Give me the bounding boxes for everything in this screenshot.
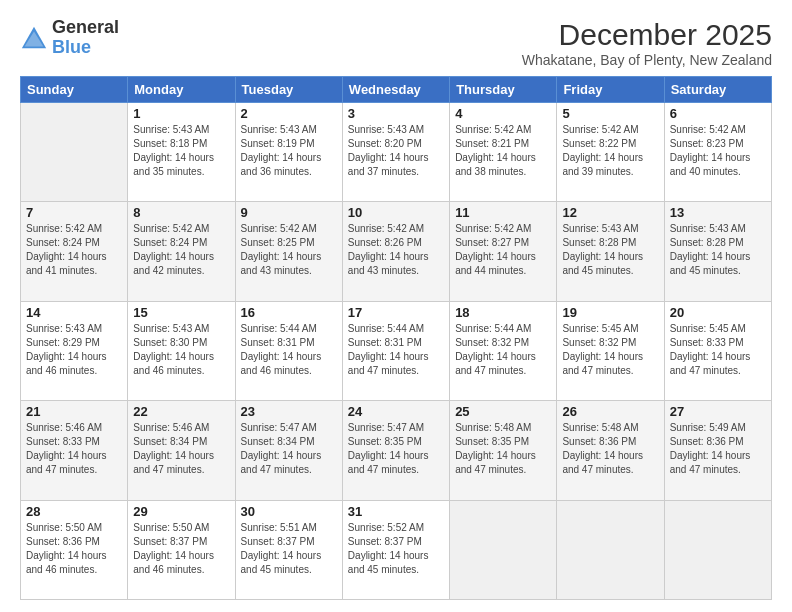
day-info: Sunrise: 5:45 AMSunset: 8:32 PMDaylight:… [562, 322, 658, 378]
day-info: Sunrise: 5:43 AMSunset: 8:18 PMDaylight:… [133, 123, 229, 179]
day-number: 30 [241, 504, 337, 519]
column-header-monday: Monday [128, 77, 235, 103]
calendar-cell: 28Sunrise: 5:50 AMSunset: 8:36 PMDayligh… [21, 500, 128, 599]
day-info: Sunrise: 5:52 AMSunset: 8:37 PMDaylight:… [348, 521, 444, 577]
title-block: December 2025 Whakatane, Bay of Plenty, … [522, 18, 772, 68]
page: General Blue December 2025 Whakatane, Ba… [0, 0, 792, 612]
day-number: 27 [670, 404, 766, 419]
logo-general: General [52, 17, 119, 37]
day-number: 9 [241, 205, 337, 220]
day-number: 14 [26, 305, 122, 320]
day-info: Sunrise: 5:43 AMSunset: 8:20 PMDaylight:… [348, 123, 444, 179]
calendar-cell: 2Sunrise: 5:43 AMSunset: 8:19 PMDaylight… [235, 103, 342, 202]
day-info: Sunrise: 5:43 AMSunset: 8:28 PMDaylight:… [670, 222, 766, 278]
day-info: Sunrise: 5:42 AMSunset: 8:26 PMDaylight:… [348, 222, 444, 278]
day-number: 4 [455, 106, 551, 121]
day-number: 23 [241, 404, 337, 419]
day-number: 7 [26, 205, 122, 220]
day-number: 1 [133, 106, 229, 121]
day-number: 5 [562, 106, 658, 121]
calendar-cell: 31Sunrise: 5:52 AMSunset: 8:37 PMDayligh… [342, 500, 449, 599]
day-number: 31 [348, 504, 444, 519]
calendar-cell: 26Sunrise: 5:48 AMSunset: 8:36 PMDayligh… [557, 401, 664, 500]
calendar-cell: 4Sunrise: 5:42 AMSunset: 8:21 PMDaylight… [450, 103, 557, 202]
day-info: Sunrise: 5:43 AMSunset: 8:19 PMDaylight:… [241, 123, 337, 179]
day-number: 17 [348, 305, 444, 320]
calendar-cell: 10Sunrise: 5:42 AMSunset: 8:26 PMDayligh… [342, 202, 449, 301]
calendar-cell: 19Sunrise: 5:45 AMSunset: 8:32 PMDayligh… [557, 301, 664, 400]
day-info: Sunrise: 5:44 AMSunset: 8:32 PMDaylight:… [455, 322, 551, 378]
calendar-cell: 22Sunrise: 5:46 AMSunset: 8:34 PMDayligh… [128, 401, 235, 500]
calendar-cell: 30Sunrise: 5:51 AMSunset: 8:37 PMDayligh… [235, 500, 342, 599]
week-row-4: 28Sunrise: 5:50 AMSunset: 8:36 PMDayligh… [21, 500, 772, 599]
calendar-cell: 9Sunrise: 5:42 AMSunset: 8:25 PMDaylight… [235, 202, 342, 301]
column-header-sunday: Sunday [21, 77, 128, 103]
calendar-cell: 6Sunrise: 5:42 AMSunset: 8:23 PMDaylight… [664, 103, 771, 202]
calendar-cell [21, 103, 128, 202]
week-row-3: 21Sunrise: 5:46 AMSunset: 8:33 PMDayligh… [21, 401, 772, 500]
calendar-cell: 7Sunrise: 5:42 AMSunset: 8:24 PMDaylight… [21, 202, 128, 301]
column-header-thursday: Thursday [450, 77, 557, 103]
day-info: Sunrise: 5:42 AMSunset: 8:21 PMDaylight:… [455, 123, 551, 179]
column-header-tuesday: Tuesday [235, 77, 342, 103]
day-number: 25 [455, 404, 551, 419]
day-number: 22 [133, 404, 229, 419]
calendar-cell: 24Sunrise: 5:47 AMSunset: 8:35 PMDayligh… [342, 401, 449, 500]
day-info: Sunrise: 5:49 AMSunset: 8:36 PMDaylight:… [670, 421, 766, 477]
day-info: Sunrise: 5:46 AMSunset: 8:33 PMDaylight:… [26, 421, 122, 477]
column-header-friday: Friday [557, 77, 664, 103]
week-row-2: 14Sunrise: 5:43 AMSunset: 8:29 PMDayligh… [21, 301, 772, 400]
day-number: 29 [133, 504, 229, 519]
calendar-cell: 16Sunrise: 5:44 AMSunset: 8:31 PMDayligh… [235, 301, 342, 400]
calendar-cell: 1Sunrise: 5:43 AMSunset: 8:18 PMDaylight… [128, 103, 235, 202]
day-info: Sunrise: 5:43 AMSunset: 8:29 PMDaylight:… [26, 322, 122, 378]
column-header-saturday: Saturday [664, 77, 771, 103]
month-year: December 2025 [522, 18, 772, 52]
day-info: Sunrise: 5:48 AMSunset: 8:35 PMDaylight:… [455, 421, 551, 477]
day-number: 11 [455, 205, 551, 220]
day-number: 28 [26, 504, 122, 519]
day-info: Sunrise: 5:47 AMSunset: 8:34 PMDaylight:… [241, 421, 337, 477]
logo-icon [20, 24, 48, 52]
day-number: 19 [562, 305, 658, 320]
day-number: 3 [348, 106, 444, 121]
calendar-cell [664, 500, 771, 599]
calendar: SundayMondayTuesdayWednesdayThursdayFrid… [20, 76, 772, 600]
calendar-cell: 12Sunrise: 5:43 AMSunset: 8:28 PMDayligh… [557, 202, 664, 301]
calendar-cell: 23Sunrise: 5:47 AMSunset: 8:34 PMDayligh… [235, 401, 342, 500]
calendar-cell: 27Sunrise: 5:49 AMSunset: 8:36 PMDayligh… [664, 401, 771, 500]
calendar-cell [557, 500, 664, 599]
header: General Blue December 2025 Whakatane, Ba… [20, 18, 772, 68]
day-info: Sunrise: 5:42 AMSunset: 8:27 PMDaylight:… [455, 222, 551, 278]
day-info: Sunrise: 5:47 AMSunset: 8:35 PMDaylight:… [348, 421, 444, 477]
calendar-cell [450, 500, 557, 599]
day-info: Sunrise: 5:48 AMSunset: 8:36 PMDaylight:… [562, 421, 658, 477]
day-number: 24 [348, 404, 444, 419]
day-number: 13 [670, 205, 766, 220]
calendar-cell: 11Sunrise: 5:42 AMSunset: 8:27 PMDayligh… [450, 202, 557, 301]
day-number: 10 [348, 205, 444, 220]
calendar-cell: 3Sunrise: 5:43 AMSunset: 8:20 PMDaylight… [342, 103, 449, 202]
calendar-cell: 14Sunrise: 5:43 AMSunset: 8:29 PMDayligh… [21, 301, 128, 400]
day-info: Sunrise: 5:42 AMSunset: 8:25 PMDaylight:… [241, 222, 337, 278]
day-info: Sunrise: 5:50 AMSunset: 8:37 PMDaylight:… [133, 521, 229, 577]
location: Whakatane, Bay of Plenty, New Zealand [522, 52, 772, 68]
day-number: 26 [562, 404, 658, 419]
column-header-wednesday: Wednesday [342, 77, 449, 103]
day-number: 6 [670, 106, 766, 121]
calendar-cell: 18Sunrise: 5:44 AMSunset: 8:32 PMDayligh… [450, 301, 557, 400]
day-info: Sunrise: 5:51 AMSunset: 8:37 PMDaylight:… [241, 521, 337, 577]
calendar-header-row: SundayMondayTuesdayWednesdayThursdayFrid… [21, 77, 772, 103]
day-info: Sunrise: 5:42 AMSunset: 8:24 PMDaylight:… [26, 222, 122, 278]
logo: General Blue [20, 18, 119, 58]
calendar-cell: 20Sunrise: 5:45 AMSunset: 8:33 PMDayligh… [664, 301, 771, 400]
calendar-cell: 17Sunrise: 5:44 AMSunset: 8:31 PMDayligh… [342, 301, 449, 400]
day-info: Sunrise: 5:43 AMSunset: 8:28 PMDaylight:… [562, 222, 658, 278]
day-number: 12 [562, 205, 658, 220]
day-info: Sunrise: 5:42 AMSunset: 8:22 PMDaylight:… [562, 123, 658, 179]
day-info: Sunrise: 5:45 AMSunset: 8:33 PMDaylight:… [670, 322, 766, 378]
day-info: Sunrise: 5:46 AMSunset: 8:34 PMDaylight:… [133, 421, 229, 477]
day-number: 16 [241, 305, 337, 320]
day-info: Sunrise: 5:43 AMSunset: 8:30 PMDaylight:… [133, 322, 229, 378]
day-info: Sunrise: 5:42 AMSunset: 8:23 PMDaylight:… [670, 123, 766, 179]
